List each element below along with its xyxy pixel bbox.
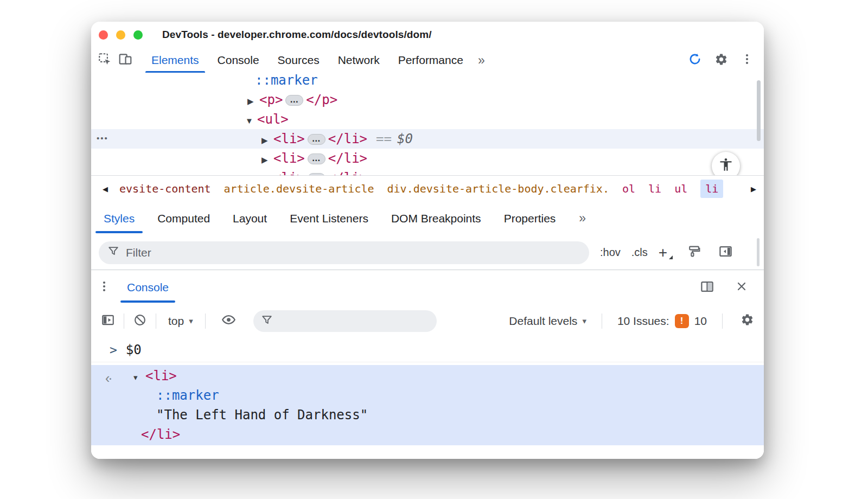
breadcrumb-item[interactable]: li — [700, 180, 723, 198]
device-toolbar-button[interactable] — [115, 48, 136, 73]
context-label: top — [168, 315, 184, 328]
console-sidebar-icon — [101, 313, 115, 329]
devtools-main-toolbar: ElementsConsoleSourcesNetworkPerformance… — [91, 48, 764, 73]
code-token: </p> — [306, 92, 337, 107]
dom-tree-row[interactable]: ▶<li>…</li> — [91, 168, 764, 175]
styles-scrollbar[interactable] — [757, 238, 760, 266]
sidebar-toggle-icon — [718, 244, 733, 261]
dom-tree-row[interactable]: ▼<ul> — [91, 110, 764, 129]
log-levels-selector[interactable]: Default levels ▾ — [509, 315, 586, 328]
disclosure-triangle[interactable]: ▶ — [247, 92, 259, 111]
chevron-down-icon: ▾ — [582, 316, 586, 326]
disclosure-triangle[interactable]: ▶ — [261, 131, 273, 150]
breadcrumb-forward-button[interactable]: ▶ — [743, 176, 764, 202]
breadcrumb-item[interactable]: evsite-content — [119, 182, 211, 195]
inspect-element-button[interactable] — [94, 48, 115, 73]
elements-scrollbar[interactable] — [757, 80, 761, 141]
tab-properties[interactable]: Properties — [493, 201, 567, 235]
styles-filter-bar: Filter :hov .cls + — [91, 235, 764, 270]
live-expression-button[interactable] — [220, 312, 238, 329]
execution-context-selector[interactable]: top ▾ — [163, 315, 199, 328]
accessibility-button[interactable] — [712, 152, 740, 175]
more-panels-button[interactable]: » — [473, 48, 490, 73]
styles-filter-input[interactable]: Filter — [99, 241, 589, 264]
code-token: $0 — [397, 131, 413, 146]
minimize-window-button[interactable] — [116, 30, 125, 40]
breadcrumb-item[interactable]: div.devsite-article-body.clearfix. — [387, 182, 609, 195]
console-sidebar-button[interactable] — [99, 313, 117, 329]
close-window-button[interactable] — [99, 30, 108, 40]
code-token: <li> — [145, 368, 177, 383]
new-style-rule-button[interactable]: + — [659, 245, 673, 260]
tab-computed[interactable]: Computed — [146, 201, 221, 235]
dom-tree-row[interactable]: ▶<p>…</p> — [91, 90, 764, 110]
console-echo-row[interactable]: > $0 — [91, 337, 764, 362]
console-drawer-header: Console — [91, 270, 764, 305]
hidden-children-ellipsis[interactable]: … — [285, 95, 303, 106]
console-settings-button[interactable] — [738, 313, 756, 329]
accessibility-person-icon — [718, 157, 733, 175]
tab-elements[interactable]: Elements — [142, 48, 208, 73]
close-drawer-button[interactable] — [731, 280, 752, 295]
gear-icon — [714, 53, 728, 68]
ban-circle-icon — [133, 313, 147, 329]
window-titlebar[interactable]: DevTools - developer.chrome.com/docs/dev… — [91, 22, 764, 48]
breadcrumb-back-button[interactable]: ◀ — [91, 176, 119, 202]
styles-sidebar-tabs: StylesComputedLayoutEvent ListenersDOM B… — [91, 201, 764, 236]
close-icon — [735, 280, 748, 295]
levels-label: Default levels — [509, 315, 577, 328]
format-paint-button[interactable] — [684, 245, 704, 260]
tab-console[interactable]: Console — [208, 48, 269, 73]
code-token: <li> — [273, 151, 305, 166]
console-result-lines: ▾<li>::marker"The Left Hand of Darkness"… — [91, 366, 764, 444]
dom-tree-row[interactable]: ::marker — [91, 73, 764, 90]
devtools-menu-button[interactable] — [737, 53, 757, 68]
issues-badge-icon: ! — [675, 314, 689, 328]
disclosure-triangle[interactable]: ▶ — [261, 150, 273, 170]
tab-layout[interactable]: Layout — [221, 201, 278, 235]
tab-network[interactable]: Network — [329, 48, 389, 73]
drawer-header-right — [697, 270, 764, 305]
tab-console-drawer[interactable]: Console — [118, 270, 177, 305]
hidden-children-ellipsis[interactable]: … — [308, 153, 326, 164]
returned-value-icon: ‹· — [105, 370, 111, 386]
disclosure-triangle[interactable]: ▼ — [245, 111, 257, 131]
clear-console-button[interactable] — [131, 313, 149, 329]
tab-event-listeners[interactable]: Event Listeners — [278, 201, 380, 235]
more-sidebar-tabs-button[interactable]: » — [575, 201, 590, 235]
split-panel-button[interactable] — [697, 279, 717, 296]
sync-status-button[interactable] — [685, 52, 705, 68]
zoom-window-button[interactable] — [133, 30, 143, 40]
toggle-sidebar-button[interactable] — [715, 244, 736, 261]
toggle-classes-button[interactable]: .cls — [631, 246, 648, 259]
filter-funnel-icon — [107, 245, 119, 260]
console-result-line: ▾<li> — [91, 366, 764, 386]
chevron-down-icon: ▾ — [189, 316, 193, 326]
disclosure-triangle[interactable]: ▶ — [261, 170, 273, 175]
drawer-menu-button[interactable] — [91, 270, 117, 305]
breadcrumb-item[interactable]: ul — [674, 182, 687, 195]
tab-styles[interactable]: Styles — [92, 201, 146, 235]
code-token: "The Left Hand of Darkness" — [156, 407, 368, 423]
code-token: ::marker — [156, 388, 219, 403]
tab-sources[interactable]: Sources — [269, 48, 329, 73]
breadcrumb-item[interactable]: ol — [622, 182, 635, 195]
styles-filter-placeholder: Filter — [126, 246, 151, 259]
breadcrumb-list: evsite-contentarticle.devsite-articlediv… — [119, 180, 743, 198]
disclosure-triangle[interactable]: ▾ — [133, 368, 145, 387]
dom-tree-row[interactable]: •••▶<li>…</li>==$0 — [91, 129, 764, 149]
breadcrumb-item[interactable]: li — [648, 182, 661, 195]
breadcrumb: ◀ evsite-contentarticle.devsite-articled… — [91, 175, 764, 202]
toggle-pseudo-state-button[interactable]: :hov — [600, 246, 621, 259]
console-filter-input[interactable] — [253, 310, 437, 332]
devtools-settings-button[interactable] — [711, 53, 731, 68]
issues-counter[interactable]: 10 Issues: ! 10 — [617, 314, 707, 328]
dom-tree-row[interactable]: ▶<li>…</li> — [91, 149, 764, 168]
row-overflow-menu[interactable]: ••• — [97, 129, 108, 149]
tab-performance[interactable]: Performance — [389, 48, 473, 73]
console-result-block[interactable]: ‹· ▾<li>::marker"The Left Hand of Darkne… — [91, 365, 764, 445]
console-echo-expression: $0 — [126, 342, 142, 357]
tab-dom-breakpoints[interactable]: DOM Breakpoints — [380, 201, 493, 235]
hidden-children-ellipsis[interactable]: … — [308, 134, 326, 145]
breadcrumb-item[interactable]: article.devsite-article — [224, 182, 374, 195]
